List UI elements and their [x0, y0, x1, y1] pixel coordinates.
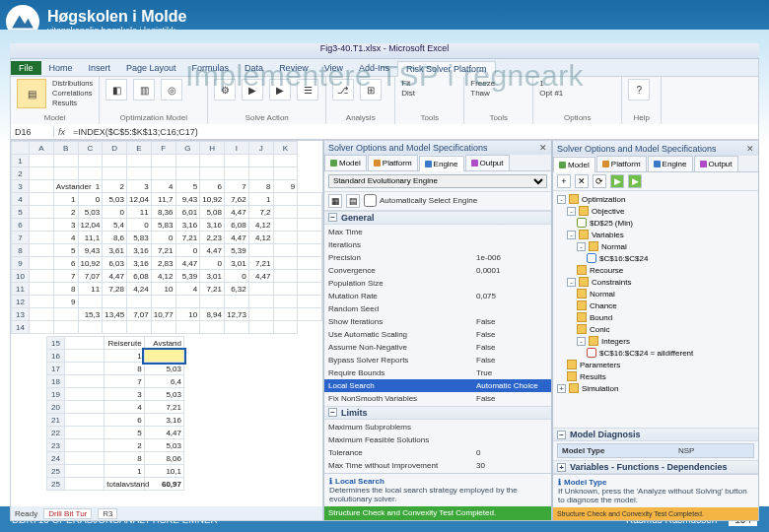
panel-tab-model[interactable]: Model: [553, 157, 595, 172]
tree-recourse[interactable]: Recourse: [557, 264, 754, 276]
ribbon-group-analysis: Analysis: [332, 113, 388, 122]
auto-select-engine-checkbox[interactable]: Automatically Select Engine: [364, 194, 477, 207]
decision-tree-icon[interactable]: ⎇: [332, 79, 354, 100]
tree-conic[interactable]: Conic: [557, 323, 754, 335]
sheet-tab-1[interactable]: Drill Bit Tur: [43, 508, 92, 519]
model-type-row[interactable]: Model Type NSP: [558, 444, 753, 457]
ribbon-tab-home[interactable]: Home: [41, 61, 81, 75]
tree-results[interactable]: Results: [557, 370, 754, 382]
ribbon-tab-risk-solver-platform[interactable]: Risk Solver Platform: [397, 61, 496, 77]
ribbon-group-tools2: Tools: [470, 113, 526, 122]
prop-max-time-without-improvement[interactable]: Max Time without Improvement30: [324, 459, 551, 472]
panel-tab-output[interactable]: Output: [694, 156, 738, 171]
ribbon-tab-view[interactable]: View: [316, 61, 351, 75]
analyze-button[interactable]: ▶: [610, 174, 624, 188]
optimize-icon[interactable]: ▶: [269, 79, 291, 100]
worksheet[interactable]: ABCDEFGHIJK123Avstander1234567894105,031…: [10, 141, 323, 521]
ribbon-tab-add-ins[interactable]: Add-Ins: [351, 61, 397, 75]
prop-maximum-subproblems[interactable]: Maximum Subproblems: [324, 421, 551, 433]
vfd-header[interactable]: +Variables - Functions - Dependencies: [553, 460, 758, 474]
prop-mutation-rate[interactable]: Mutation Rate0,075: [324, 290, 551, 302]
tree-constraints[interactable]: -Constraints: [557, 276, 754, 288]
prop-max-time[interactable]: Max Time: [324, 226, 551, 238]
panel-tab-platform[interactable]: Platform: [596, 156, 647, 171]
opt-count[interactable]: Opt #1: [539, 89, 563, 98]
delete-button[interactable]: ✕: [575, 174, 589, 188]
prop-precision[interactable]: Precision1e-006: [324, 251, 551, 264]
fit-button[interactable]: Fit: [401, 79, 410, 88]
limits-section-header[interactable]: −Limits: [324, 406, 551, 420]
prop-tolerance[interactable]: Tolerance0: [324, 446, 551, 459]
formula-input[interactable]: =INDEX($C$5:$K$13;C16;C17): [69, 127, 758, 137]
panel-tab-model[interactable]: Model: [324, 155, 367, 169]
ribbon-tab-file[interactable]: File: [11, 61, 41, 75]
fx-icon[interactable]: fx: [54, 127, 69, 137]
prop-maximum-feasible-solutions[interactable]: Maximum Feasible Solutions: [324, 433, 551, 446]
brand-title: Høgskolen i Molde: [47, 8, 186, 26]
prop-bypass-solver-reports[interactable]: Bypass Solver ReportsFalse: [324, 354, 551, 366]
tree-bound[interactable]: Bound: [557, 311, 754, 323]
reports-icon[interactable]: ☰: [297, 79, 318, 100]
tree--c-16-c-24-alldifferent[interactable]: $C$16:$C$24 = alldifferent: [557, 347, 754, 359]
collapse-all-icon[interactable]: ▤: [346, 194, 360, 208]
expand-all-icon[interactable]: ▦: [328, 194, 342, 208]
ribbon-tab-data[interactable]: Data: [237, 61, 271, 75]
freeze-button[interactable]: Freeze: [470, 79, 495, 88]
prop-assume-non-negative[interactable]: Assume Non-NegativeFalse: [324, 341, 551, 354]
name-box[interactable]: D16: [11, 127, 54, 137]
tree-objective[interactable]: -Objective: [557, 205, 754, 217]
ribbon-tab-insert[interactable]: Insert: [81, 61, 119, 75]
prop-convergence[interactable]: Convergence0,0001: [324, 264, 551, 277]
thaw-button[interactable]: Thaw: [470, 89, 490, 98]
tree-simulation[interactable]: +Simulation: [557, 382, 754, 394]
prop-fix-nonsmooth-variables[interactable]: Fix NonSmooth VariablesFalse: [324, 392, 551, 405]
objective-icon[interactable]: ◎: [161, 79, 182, 100]
ribbon-tab-review[interactable]: Review: [271, 61, 316, 75]
prop-use-automatic-scaling[interactable]: Use Automatic ScalingFalse: [324, 328, 551, 341]
prop-random-seed[interactable]: Random Seed: [324, 302, 551, 315]
panel-right-status: Structure Check and Convexity Test Compl…: [553, 507, 758, 520]
tree--c-16-c-24[interactable]: $C$16:$C$24: [557, 252, 754, 264]
parameters-icon[interactable]: ⚙: [214, 79, 236, 100]
model-menu-items: Distributions Correlations Results: [52, 79, 93, 107]
close-icon[interactable]: ✕: [539, 143, 547, 153]
optimize-button[interactable]: ▶: [628, 174, 642, 188]
add-button[interactable]: +: [557, 174, 571, 188]
decisions-icon[interactable]: ◧: [105, 79, 127, 100]
ribbon-group-help: Help: [628, 113, 655, 122]
close-icon[interactable]: ✕: [746, 144, 754, 154]
model-diagnosis-header[interactable]: −Model Diagnosis: [553, 428, 758, 441]
prop-show-iterations[interactable]: Show IterationsFalse: [324, 315, 551, 328]
prop-iterations[interactable]: Iterations: [324, 238, 551, 251]
sheet-tab-2[interactable]: R3: [98, 508, 117, 519]
engine-dropdown[interactable]: Standard Evolutionary Engine: [328, 174, 547, 188]
tree-optimization[interactable]: -Optimization: [557, 193, 754, 205]
ribbon-tab-formulas[interactable]: Formulas: [184, 61, 238, 75]
simulate-icon[interactable]: ▶: [242, 79, 263, 100]
general-section-header[interactable]: −General: [324, 211, 551, 225]
tree-normal[interactable]: Normal: [557, 288, 754, 299]
panel-tab-output[interactable]: Output: [465, 155, 510, 169]
tree-normal[interactable]: -Normal: [557, 240, 754, 252]
tree-chance[interactable]: Chance: [557, 299, 754, 311]
panel-tab-engine[interactable]: Engine: [419, 156, 464, 170]
model-tree[interactable]: -Optimization-Objective$D$25 (Min)-Varia…: [553, 191, 758, 428]
prop-local-search[interactable]: Local SearchAutomatic Choice: [324, 379, 551, 392]
prop-population-size[interactable]: Population Size: [324, 277, 551, 290]
panel-mid-title: Solver Options and Model Specifications: [328, 143, 488, 153]
prop-require-bounds[interactable]: Require BoundsTrue: [324, 366, 551, 379]
tree-parameters[interactable]: Parameters: [557, 359, 754, 370]
tree-variables[interactable]: -Variables: [557, 229, 754, 240]
tree-integers[interactable]: -Integers: [557, 335, 754, 347]
constraints-icon[interactable]: ▥: [133, 79, 155, 100]
model-icon[interactable]: ▤: [17, 79, 46, 108]
tree--d-25-min-[interactable]: $D$25 (Min): [557, 217, 754, 229]
ribbon-tab-page-layout[interactable]: Page Layout: [118, 61, 184, 75]
help-icon[interactable]: ?: [628, 79, 650, 100]
panel-tab-engine[interactable]: Engine: [648, 156, 693, 171]
samples-icon[interactable]: ⊞: [360, 79, 382, 100]
dist-button[interactable]: Dist: [401, 89, 415, 98]
refresh-button[interactable]: ⟳: [593, 174, 606, 188]
sim-count[interactable]: 1: [539, 79, 543, 88]
panel-tab-platform[interactable]: Platform: [368, 155, 418, 169]
